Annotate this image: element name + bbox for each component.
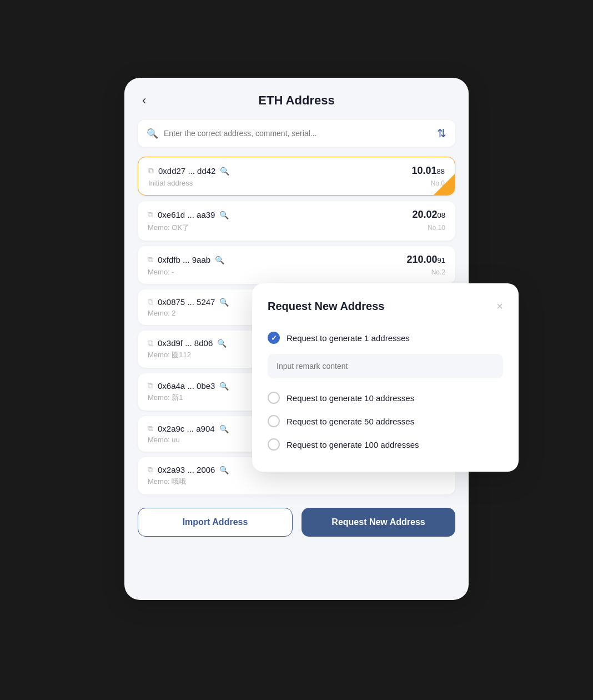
- import-address-button[interactable]: Import Address: [138, 508, 293, 537]
- address-text: 0x6a4a ... 0be3: [158, 381, 215, 391]
- active-indicator: [434, 174, 455, 195]
- radio-option[interactable]: Request to generate 50 addresses: [268, 409, 503, 433]
- filter-icon[interactable]: ⇅: [437, 127, 446, 140]
- search-input[interactable]: [164, 129, 431, 138]
- header: ‹ ETH Address: [138, 93, 455, 108]
- search-icon: 🔍: [147, 128, 158, 139]
- address-search-icon[interactable]: 🔍: [219, 466, 229, 474]
- address-text: 0xdd27 ... dd42: [158, 166, 215, 176]
- address-text: 0x0875 ... 5247: [158, 297, 215, 307]
- address-no: No.10: [428, 224, 445, 232]
- radio-option[interactable]: Request to generate 10 addresses: [268, 386, 503, 409]
- request-new-address-button[interactable]: Request New Address: [301, 508, 455, 537]
- address-search-icon[interactable]: 🔍: [219, 298, 229, 307]
- address-search-icon[interactable]: 🔍: [215, 256, 224, 264]
- copy-icon[interactable]: ⧉: [148, 166, 154, 176]
- remark-input[interactable]: [268, 354, 503, 378]
- copy-icon[interactable]: ⧉: [148, 338, 153, 348]
- page-title: ETH Address: [258, 93, 334, 108]
- copy-icon[interactable]: ⧉: [148, 465, 153, 474]
- modal-header: Request New Address ×: [268, 300, 503, 313]
- radio-label: Request to generate 50 addresses: [287, 417, 414, 426]
- address-search-icon[interactable]: 🔍: [220, 167, 229, 176]
- address-text: 0x2a93 ... 2006: [158, 465, 215, 474]
- radio-label: Request to generate 10 addresses: [287, 393, 414, 403]
- search-bar: 🔍 ⇅: [138, 120, 455, 147]
- address-item[interactable]: ⧉ 0xfdfb ... 9aab 🔍 210.0091 Memo: - No.…: [138, 246, 455, 284]
- memo-text: Memo: uu: [148, 436, 180, 444]
- address-search-icon[interactable]: 🔍: [219, 424, 229, 433]
- request-new-address-modal: Request New Address × ✓ Request to gener…: [252, 283, 519, 472]
- radio-label: Request to generate 1 addresses: [287, 333, 410, 343]
- copy-icon[interactable]: ⧉: [148, 255, 153, 264]
- memo-text: Memo: 2: [148, 309, 176, 317]
- memo-text: Initial address: [148, 179, 193, 187]
- radio-circle: ✓: [268, 332, 280, 344]
- amount-main: 20.0208: [412, 209, 445, 220]
- main-container: ‹ ETH Address 🔍 ⇅ ⧉ 0xdd27 ... dd42 🔍 10…: [108, 78, 485, 622]
- radio-check-icon: ✓: [271, 334, 277, 342]
- memo-text: Memo: OK了: [148, 223, 189, 233]
- address-search-icon[interactable]: 🔍: [219, 382, 229, 391]
- address-text: 0xfdfb ... 9aab: [158, 255, 210, 264]
- radio-option[interactable]: Request to generate 100 addresses: [268, 433, 503, 456]
- modal-close-button[interactable]: ×: [496, 300, 503, 313]
- memo-text: Memo: 圆112: [148, 350, 191, 360]
- modal-options: ✓ Request to generate 1 addresses Reques…: [268, 326, 503, 456]
- address-text: 0x3d9f ... 8d06: [158, 338, 213, 348]
- radio-option[interactable]: ✓ Request to generate 1 addresses: [268, 326, 503, 349]
- radio-circle: [268, 438, 280, 451]
- amount-main: 210.0091: [406, 254, 445, 265]
- address-item[interactable]: ⧉ 0xe61d ... aa39 🔍 20.0208 Memo: OK了 No…: [138, 201, 455, 241]
- address-text: 0xe61d ... aa39: [158, 210, 215, 219]
- memo-text: Memo: 哦哦: [148, 477, 186, 487]
- address-search-icon[interactable]: 🔍: [219, 211, 229, 219]
- copy-icon[interactable]: ⧉: [148, 424, 153, 433]
- radio-label: Request to generate 100 addresses: [287, 440, 419, 449]
- copy-icon[interactable]: ⧉: [148, 381, 153, 391]
- address-no: No.2: [431, 268, 445, 276]
- address-text: 0x2a9c ... a904: [158, 424, 215, 433]
- copy-icon[interactable]: ⧉: [148, 210, 153, 219]
- copy-icon[interactable]: ⧉: [148, 297, 153, 307]
- radio-circle: [268, 392, 280, 404]
- modal-title: Request New Address: [268, 300, 384, 313]
- memo-text: Memo: -: [148, 268, 174, 276]
- back-button[interactable]: ‹: [138, 91, 150, 110]
- address-item[interactable]: ⧉ 0xdd27 ... dd42 🔍 10.0188 Initial addr…: [138, 157, 455, 196]
- radio-circle: [268, 415, 280, 427]
- memo-text: Memo: 新1: [148, 393, 183, 403]
- address-search-icon[interactable]: 🔍: [217, 339, 227, 348]
- bottom-buttons: Import Address Request New Address: [138, 508, 455, 537]
